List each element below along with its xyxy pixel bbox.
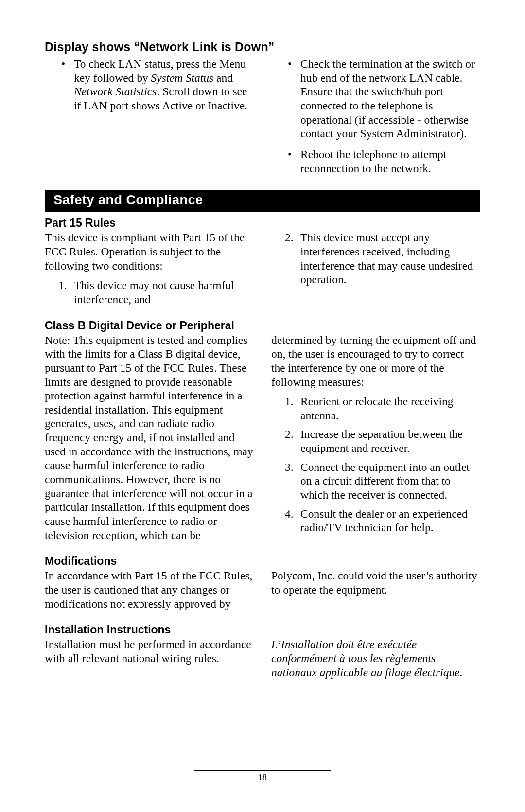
text-run-italic: System Status bbox=[151, 72, 214, 84]
subheading-part-15: Part 15 Rules bbox=[45, 217, 480, 230]
list-item: Check the termination at the switch or h… bbox=[271, 57, 480, 141]
page-footer: 18 bbox=[0, 770, 525, 783]
body-paragraph-en: Installation must be performed in accord… bbox=[45, 637, 254, 665]
list-item: Connect the equipment into an outlet on … bbox=[271, 460, 480, 502]
list-item: To check LAN status, press the Menu key … bbox=[45, 57, 254, 113]
two-column-body: This device is compliant with Part 15 of… bbox=[45, 231, 480, 306]
list-item: This device may not cause harmful interf… bbox=[45, 278, 254, 306]
subheading-class-b: Class B Digital Device or Peripheral bbox=[45, 319, 480, 332]
section-modifications: Modifications In accordance with Part 15… bbox=[45, 555, 480, 611]
list-item: Increase the separation between the equi… bbox=[271, 427, 480, 455]
section-part-15-rules: Part 15 Rules This device is compliant w… bbox=[45, 217, 480, 306]
text-run: and bbox=[213, 72, 233, 84]
text-run-italic: Network Statistics bbox=[74, 85, 157, 98]
list-item: Consult the dealer or an experienced rad… bbox=[271, 507, 480, 535]
footer-divider bbox=[194, 770, 331, 771]
heading-network-link-down: Display shows “Network Link is Down” bbox=[45, 40, 480, 54]
two-column-body: Note: This equipment is tested and compl… bbox=[45, 333, 480, 542]
two-column-body: Installation must be performed in accord… bbox=[45, 637, 480, 679]
intro-text: This device is compliant with Part 15 of… bbox=[45, 231, 245, 271]
document-page: Display shows “Network Link is Down” To … bbox=[0, 0, 525, 812]
page-number: 18 bbox=[0, 773, 525, 783]
body-paragraph: In accordance with Part 15 of the FCC Ru… bbox=[45, 569, 480, 611]
section-class-b: Class B Digital Device or Peripheral Not… bbox=[45, 319, 480, 542]
body-paragraph-fr: L’Installation doit être exécutée confor… bbox=[271, 637, 480, 679]
bullet-list: To check LAN status, press the Menu key … bbox=[45, 57, 480, 175]
numbered-list: Reorient or relocate the receiving anten… bbox=[271, 395, 480, 535]
section-installation: Installation Instructions Installation m… bbox=[45, 623, 480, 679]
list-item: Reboot the telephone to attempt reconnec… bbox=[271, 147, 480, 175]
subheading-installation: Installation Instructions bbox=[45, 623, 480, 636]
list-item: Reorient or relocate the receiving anten… bbox=[271, 395, 480, 422]
section-network-link-down: Display shows “Network Link is Down” To … bbox=[45, 40, 480, 175]
list-item: This device must accept any interference… bbox=[271, 231, 480, 287]
heading-safety-compliance: Safety and Compliance bbox=[45, 190, 480, 212]
subheading-modifications: Modifications bbox=[45, 555, 480, 568]
